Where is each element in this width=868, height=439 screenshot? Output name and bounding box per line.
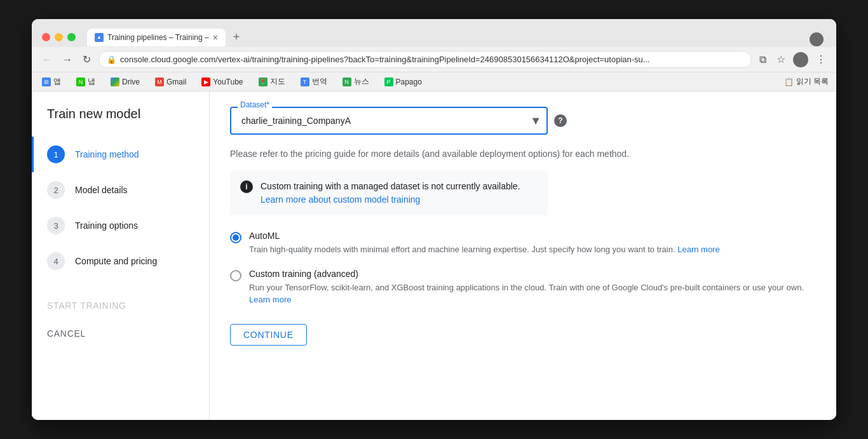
bookmark-translate-label: 번역 — [312, 76, 327, 87]
step-4-label: Compute and pricing — [75, 256, 157, 266]
automl-learn-more-link[interactable]: Learn more — [677, 245, 719, 254]
info-icon: i — [240, 180, 253, 193]
step-2-label: Model details — [75, 185, 128, 195]
dataset-select-wrapper: charlie_training_CompanyA ▼ ? — [230, 107, 548, 135]
bookmark-naver[interactable]: N 냅 — [74, 75, 98, 88]
radio-section: AutoML Train high-quality models with mi… — [230, 231, 816, 306]
maps-favicon: 📍 — [259, 78, 268, 86]
content-area: Train new model 1 Training method 2 M — [32, 91, 836, 420]
apps-favicon: ⊞ — [42, 78, 51, 86]
bookmark-apps-label: 앱 — [53, 76, 61, 87]
help-icon[interactable]: ? — [554, 114, 567, 127]
start-training-button[interactable]: START TRAINING — [47, 294, 194, 317]
reading-mode[interactable]: 📋 읽기 목록 — [784, 76, 829, 87]
bookmark-gmail-label: Gmail — [166, 78, 186, 86]
youtube-favicon: ▶ — [201, 78, 210, 86]
toolbar: ← → ↻ 🔒 console.cloud.google.com/vertex-… — [32, 47, 836, 72]
naver-favicon: N — [76, 78, 85, 86]
papago-favicon: P — [384, 78, 393, 86]
step-3-label: Training options — [75, 220, 138, 231]
step-4-circle: 4 — [47, 252, 65, 270]
automl-title: AutoML — [249, 231, 816, 241]
bookmark-youtube[interactable]: ▶ YouTube — [199, 76, 245, 88]
lock-icon: 🔒 — [107, 55, 116, 64]
custom-training-learn-more-link[interactable]: Learn more — [249, 295, 291, 304]
title-bar: ▲ Training pipelines – Training – × + — [32, 19, 836, 47]
cancel-button[interactable]: CANCEL — [47, 322, 194, 345]
active-tab[interactable]: ▲ Training pipelines – Training – × — [87, 29, 226, 46]
bookmark-papago-label: Papago — [396, 78, 422, 86]
bookmark-maps[interactable]: 📍 지도 — [256, 75, 288, 88]
dataset-label: Dataset* — [238, 100, 272, 109]
tab-close-icon[interactable]: × — [213, 33, 218, 42]
menu-icon[interactable]: ⋮ — [813, 51, 829, 68]
bookmark-news[interactable]: N 뉴스 — [340, 75, 372, 88]
close-button[interactable] — [42, 33, 50, 41]
step-3-circle: 3 — [47, 217, 65, 234]
sidebar-item-model-details[interactable]: 2 Model details — [47, 172, 194, 208]
bookmark-gmail[interactable]: M Gmail — [153, 76, 189, 88]
bookmark-apps[interactable]: ⊞ 앱 — [39, 75, 64, 88]
tab-favicon: ▲ — [95, 33, 104, 42]
traffic-lights — [42, 33, 76, 41]
bookmark-translate[interactable]: T 번역 — [298, 75, 330, 88]
step-1-label: Training method — [75, 149, 139, 159]
new-tab-button[interactable]: + — [228, 28, 245, 46]
bookmark-news-label: 뉴스 — [354, 76, 369, 87]
reload-button[interactable]: ↻ — [80, 51, 93, 68]
sidebar-item-compute-pricing[interactable]: 4 Compute and pricing — [47, 243, 194, 279]
sidebar-title: Train new model — [47, 107, 194, 121]
url-text: console.cloud.google.com/vertex-ai/train… — [120, 55, 743, 64]
sidebar: Train new model 1 Training method 2 M — [32, 91, 210, 420]
profile-icon[interactable] — [810, 32, 824, 46]
tab-bar: ▲ Training pipelines – Training – × + — [87, 28, 826, 46]
sidebar-item-training-method[interactable]: 1 Training method — [47, 137, 194, 172]
copy-icon[interactable]: ⧉ — [757, 51, 769, 68]
tab-title: Training pipelines – Training – — [107, 33, 209, 42]
custom-training-content: Custom training (advanced) Run your Tens… — [249, 269, 816, 306]
bookmark-maps-label: 지도 — [270, 76, 285, 87]
back-button[interactable]: ← — [39, 51, 55, 68]
info-link[interactable]: Learn more about custom model training — [261, 194, 420, 205]
automl-description: Train high-quality models with minimal e… — [249, 243, 816, 256]
automl-radio[interactable] — [230, 232, 241, 243]
dataset-select[interactable]: charlie_training_CompanyA — [230, 107, 548, 135]
toolbar-actions: ⧉ ☆ ⋮ — [757, 51, 829, 68]
bookmark-naver-label: 냅 — [88, 76, 95, 87]
bookmark-drive-label: Drive — [122, 78, 140, 86]
info-message: Custom training with a managed dataset i… — [261, 181, 520, 191]
step-2-circle: 2 — [47, 181, 65, 199]
custom-training-title: Custom training (advanced) — [249, 269, 816, 279]
sidebar-steps: 1 Training method 2 Model details 3 Trai — [47, 137, 194, 279]
bookmark-papago[interactable]: P Papago — [382, 76, 424, 88]
continue-button[interactable]: CONTINUE — [230, 324, 307, 346]
profile-avatar[interactable] — [793, 52, 808, 67]
bookmark-drive[interactable]: Drive — [108, 76, 142, 88]
reading-mode-label: 읽기 목록 — [796, 76, 829, 87]
maximize-button[interactable] — [67, 33, 76, 41]
custom-training-description: Run your TensorFlow, scikit-learn, and X… — [249, 281, 816, 306]
news-favicon: N — [342, 78, 351, 86]
active-indicator — [32, 137, 34, 172]
minimize-button[interactable] — [55, 33, 63, 41]
sidebar-actions: START TRAINING CANCEL — [47, 294, 194, 345]
gmail-favicon: M — [155, 78, 164, 86]
automl-option[interactable]: AutoML Train high-quality models with mi… — [230, 231, 816, 256]
bookmark-youtube-label: YouTube — [213, 78, 243, 86]
drive-favicon — [111, 78, 119, 86]
custom-training-option[interactable]: Custom training (advanced) Run your Tens… — [230, 269, 816, 306]
bookmarks-bar: ⊞ 앱 N 냅 Drive M Gmail ▶ YouTube 📍 지도 T 번… — [32, 72, 836, 91]
reading-mode-icon: 📋 — [784, 78, 794, 86]
method-description: Please refer to the pricing guide for mo… — [230, 147, 816, 161]
dataset-field: Dataset* charlie_training_CompanyA ▼ ? — [230, 107, 816, 135]
translate-favicon: T — [301, 78, 309, 86]
star-icon[interactable]: ☆ — [774, 51, 788, 68]
forward-button[interactable]: → — [60, 51, 75, 68]
step-1-wrapper: 1 Training method — [47, 137, 194, 172]
address-bar[interactable]: 🔒 console.cloud.google.com/vertex-ai/tra… — [98, 51, 752, 68]
custom-training-radio[interactable] — [230, 270, 241, 281]
sidebar-item-training-options[interactable]: 3 Training options — [47, 208, 194, 243]
main-panel: Dataset* charlie_training_CompanyA ▼ ? P… — [210, 91, 836, 420]
info-text: Custom training with a managed dataset i… — [261, 180, 538, 206]
dataset-section: Dataset* charlie_training_CompanyA ▼ ? — [230, 107, 816, 135]
